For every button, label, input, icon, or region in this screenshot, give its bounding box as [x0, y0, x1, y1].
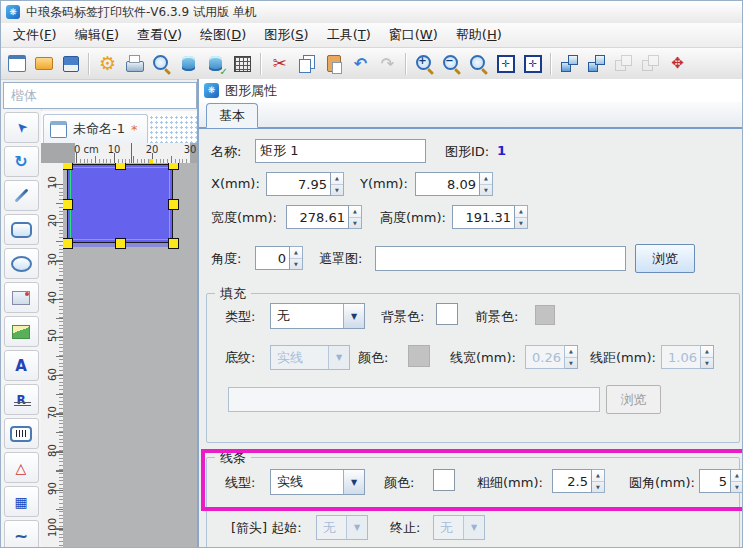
toolbar-separator: [405, 53, 407, 75]
height-spinner[interactable]: 191.31 ▲▼: [452, 205, 528, 229]
qrcode-tool-glyph: ▦: [14, 494, 27, 510]
selection-handle[interactable]: [63, 163, 73, 170]
selection-handle[interactable]: [168, 199, 179, 210]
thickness-spinner[interactable]: 2.5 ▲▼: [552, 469, 605, 493]
undo-icon[interactable]: ↶: [347, 51, 374, 77]
angle-spinner[interactable]: 0 ▲▼: [255, 246, 303, 270]
print-preview-icon[interactable]: [148, 51, 175, 77]
menu-item-v[interactable]: 查看(V): [129, 24, 190, 46]
mask-browse-button[interactable]: 浏览: [635, 244, 695, 273]
align-icon[interactable]: ✥: [664, 51, 691, 77]
zoom-out-icon[interactable]: −: [438, 51, 465, 77]
open-icon[interactable]: [30, 51, 57, 77]
paste-icon[interactable]: [320, 51, 347, 77]
tab-basic[interactable]: 基本: [206, 103, 258, 128]
image-tool[interactable]: [4, 282, 39, 313]
spinner-buttons[interactable]: ▲▼: [290, 246, 303, 270]
selection-handle[interactable]: [115, 238, 126, 249]
vruler-label: 100: [47, 517, 58, 537]
x-spinner[interactable]: 7.95 ▲▼: [266, 172, 344, 196]
hruler-label: 30: [184, 144, 197, 155]
shape-properties-dialog: ❋ 图形属性 基本 名称: 矩形 1 图形ID: 1 X(mm): 7.95 ▲…: [197, 79, 743, 548]
corner-radius-spinner[interactable]: 5 ▲▼: [699, 469, 743, 493]
name-input[interactable]: 矩形 1: [255, 139, 426, 163]
rich-text-tool[interactable]: R: [4, 384, 39, 415]
spinner-buttons[interactable]: ▲▼: [349, 205, 362, 229]
tool-palette: ➤↻AR△▦~∩: [1, 109, 42, 547]
selection-handle[interactable]: [168, 163, 179, 170]
database-icon[interactable]: [175, 51, 202, 77]
chevron-down-icon[interactable]: ▼: [343, 304, 364, 328]
document-tab[interactable]: 未命名-1 *: [43, 114, 148, 143]
mask-input[interactable]: [375, 246, 626, 271]
select-tool[interactable]: ➤: [4, 112, 39, 143]
selection-outline: [70, 167, 170, 240]
database-check-icon[interactable]: [202, 51, 229, 77]
selection-handle[interactable]: [115, 163, 126, 170]
spinner-buttons[interactable]: ▲▼: [731, 469, 743, 493]
zoom-selection-icon[interactable]: ✛: [519, 51, 546, 77]
dialog-icon: ❋: [204, 83, 219, 98]
zoom-fit-icon-glyph: ✛: [501, 59, 509, 69]
bg-color-swatch[interactable]: [436, 303, 458, 325]
menu-item-t[interactable]: 工具(T): [319, 24, 379, 46]
rounded-rect-tool[interactable]: [4, 214, 39, 245]
fill-group-title: 填充: [215, 285, 251, 303]
picture-tool[interactable]: [4, 316, 39, 347]
curve-tool[interactable]: ~: [4, 520, 39, 548]
zoom-fit-icon[interactable]: ✛: [492, 51, 519, 77]
selected-rectangle-shape[interactable]: [67, 164, 173, 243]
fill-type-combo[interactable]: 无 ▼: [270, 303, 365, 329]
font-family-combo[interactable]: 楷体: [3, 82, 197, 109]
barcode-tool[interactable]: [4, 418, 39, 449]
menu-item-f[interactable]: 文件(F): [5, 24, 65, 46]
selection-handle[interactable]: [63, 199, 73, 210]
fg-color-swatch[interactable]: [535, 305, 555, 325]
vruler-label: 30: [47, 249, 58, 269]
copy-icon[interactable]: [293, 51, 320, 77]
cut-icon[interactable]: ✂: [266, 51, 293, 77]
menu-item-w[interactable]: 窗口(W): [381, 24, 446, 46]
selection-handle[interactable]: [168, 238, 179, 249]
line-type-combo[interactable]: 实线 ▼: [270, 469, 365, 495]
dialog-title-bar: ❋ 图形属性: [199, 79, 743, 102]
line-tool[interactable]: [4, 180, 39, 211]
spinner-buttons[interactable]: ▲▼: [592, 469, 605, 493]
save-icon[interactable]: [57, 51, 84, 77]
print-icon[interactable]: [121, 51, 148, 77]
text-tool[interactable]: A: [4, 350, 39, 381]
document-tab-title: 未命名-1: [73, 120, 125, 138]
y-spinner[interactable]: 8.09 ▲▼: [415, 172, 493, 196]
ellipse-tool[interactable]: [4, 248, 39, 279]
zoom-icon[interactable]: [465, 51, 492, 77]
qrcode-tool[interactable]: ▦: [4, 486, 39, 517]
arrow-end-value: 无: [434, 516, 463, 539]
bring-forward-icon[interactable]: [583, 51, 610, 77]
grid-icon[interactable]: [229, 51, 256, 77]
browse-label: 浏览: [621, 391, 647, 409]
text-tool-glyph: A: [15, 357, 27, 375]
line-color-swatch[interactable]: [433, 469, 455, 491]
polygon-tool[interactable]: △: [4, 452, 39, 483]
title-bar: ❋ 中琅条码标签打印软件-V6.3.9 试用版 单机: [1, 1, 742, 23]
settings-icon[interactable]: ⚙: [94, 51, 121, 77]
new-document-icon[interactable]: [3, 51, 30, 77]
zoom-in-icon-glyph: +: [418, 56, 426, 66]
chevron-down-icon[interactable]: ▼: [343, 470, 364, 494]
spinner-buttons[interactable]: ▲▼: [331, 172, 344, 196]
hruler-label: 10: [108, 144, 121, 155]
spinner-buttons[interactable]: ▲▼: [480, 172, 493, 196]
send-backward-icon[interactable]: [556, 51, 583, 77]
menu-item-e[interactable]: 编辑(E): [67, 24, 127, 46]
curve-tool-glyph: ~: [14, 526, 28, 546]
width-spinner[interactable]: 278.61 ▲▼: [286, 205, 362, 229]
zoom-out-icon-glyph: −: [445, 56, 453, 66]
rotate-tool[interactable]: ↻: [4, 146, 39, 177]
redo-icon: ↷: [374, 51, 401, 77]
zoom-in-icon[interactable]: +: [411, 51, 438, 77]
menu-item-d[interactable]: 绘图(D): [192, 24, 254, 46]
menu-item-s[interactable]: 图形(S): [256, 24, 316, 46]
selection-handle[interactable]: [63, 238, 73, 249]
menu-item-h[interactable]: 帮助(H): [448, 24, 510, 46]
spinner-buttons[interactable]: ▲▼: [515, 205, 528, 229]
